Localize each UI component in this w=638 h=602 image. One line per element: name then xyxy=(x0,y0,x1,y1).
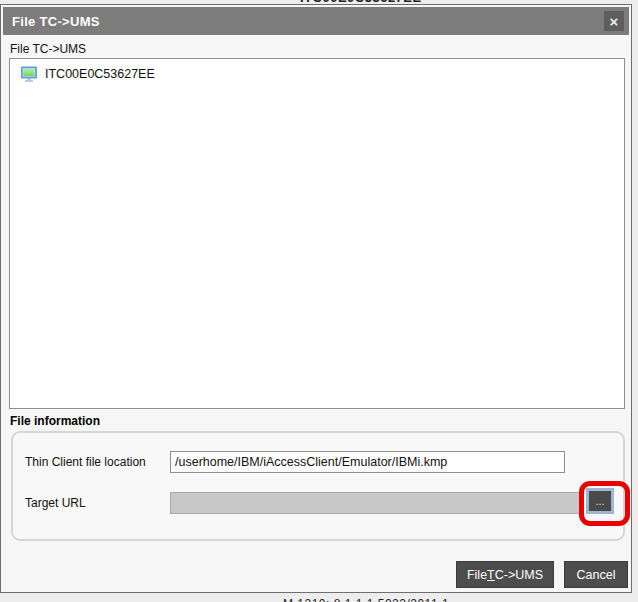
cancel-button[interactable]: Cancel xyxy=(564,561,628,588)
file-information-groupbox: Thin Client file location Target URL ... xyxy=(11,431,625,541)
dialog-heading-label: File TC->UMS xyxy=(10,42,86,56)
device-list[interactable]: ITC00E0C53627EE xyxy=(9,58,625,409)
thin-client-file-location-label: Thin Client file location xyxy=(25,451,146,473)
target-url-label: Target URL xyxy=(25,492,86,514)
dialog-title: File TC->UMS xyxy=(3,14,100,29)
file-information-group-title: File information xyxy=(10,414,100,428)
monitor-icon xyxy=(20,66,38,82)
file-tc-ums-button-label-suffix: C->UMS xyxy=(495,568,543,582)
device-list-item[interactable]: ITC00E0C53627EE xyxy=(10,59,624,89)
file-tc-ums-dialog: File TC->UMS × File TC->UMS ITC00E0C5362… xyxy=(0,4,632,593)
file-tc-ums-button-mnemonic: T xyxy=(487,568,495,582)
dialog-titlebar[interactable]: File TC->UMS × xyxy=(3,7,629,35)
target-url-input xyxy=(170,492,582,514)
file-tc-ums-button[interactable]: File TC->UMS xyxy=(456,561,554,588)
file-tc-ums-button-label-prefix: File xyxy=(467,568,487,582)
background-clipped-text-bottom: M.1210; 8.1.1.1.5022/2011.1 xyxy=(283,597,449,602)
close-icon[interactable]: × xyxy=(604,11,624,31)
browse-button[interactable]: ... xyxy=(586,488,614,514)
thin-client-file-location-input[interactable] xyxy=(170,451,565,473)
device-name-label: ITC00E0C53627EE xyxy=(45,67,155,81)
